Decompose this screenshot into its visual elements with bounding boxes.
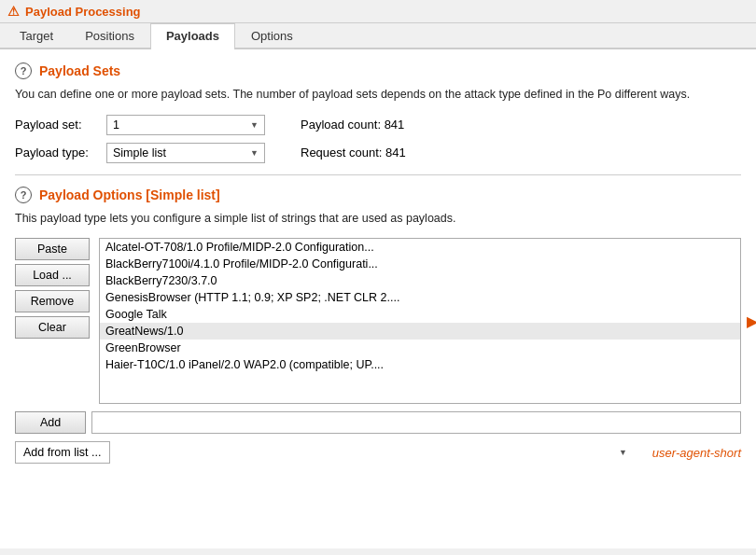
request-count-stat: Request count: 841 <box>301 146 406 160</box>
payload-sets-help-icon[interactable]: ? <box>15 62 32 79</box>
bottom-row: Add from list ... List 1 List 2 user-age… <box>15 441 741 464</box>
list-item[interactable]: GenesisBrowser (HTTP 1.1; 0.9; XP SP2; .… <box>100 289 740 306</box>
tab-options[interactable]: Options <box>235 23 309 48</box>
add-button[interactable]: Add <box>15 411 86 434</box>
user-agent-label: user-agent-short <box>652 446 741 460</box>
list-item[interactable]: BlackBerry7230/3.7.0 <box>100 272 740 289</box>
tab-bar: Target Positions Payloads Options <box>0 23 756 49</box>
list-item[interactable]: BlackBerry7100i/4.1.0 Profile/MIDP-2.0 C… <box>100 256 740 272</box>
tab-target[interactable]: Target <box>4 23 69 48</box>
payload-list[interactable]: Alcatel-OT-708/1.0 Profile/MIDP-2.0 Conf… <box>99 238 741 404</box>
add-row: Add <box>15 411 741 434</box>
list-item[interactable]: Alcatel-OT-708/1.0 Profile/MIDP-2.0 Conf… <box>100 239 740 256</box>
add-from-list-wrapper: Add from list ... List 1 List 2 <box>15 441 634 464</box>
list-item-greetnews[interactable]: GreatNews/1.0 <box>100 323 740 340</box>
payload-options-help-icon[interactable]: ? <box>15 187 32 203</box>
payload-options-description: This payload type lets you configure a s… <box>15 211 741 228</box>
payload-type-select[interactable]: Simple list Runtime file Custom iterator… <box>106 143 265 163</box>
payload-set-row: Payload set: 1 2 3 Payload count: 841 <box>15 115 741 135</box>
payload-set-label: Payload set: <box>15 118 99 132</box>
tab-positions[interactable]: Positions <box>69 23 150 48</box>
payload-count-stat: Payload count: 841 <box>301 118 404 132</box>
list-item[interactable]: GreenBrowser <box>100 340 740 356</box>
list-item[interactable]: Haier-T10C/1.0 iPanel/2.0 WAP2.0 (compat… <box>100 356 740 373</box>
add-input[interactable] <box>91 411 741 434</box>
remove-button[interactable]: Remove <box>15 290 90 312</box>
warning-icon: ⚠ <box>7 4 20 19</box>
list-container: Alcatel-OT-708/1.0 Profile/MIDP-2.0 Conf… <box>99 238 741 404</box>
clear-button[interactable]: Clear <box>15 316 90 339</box>
payload-type-select-wrapper: Simple list Runtime file Custom iterator… <box>106 143 265 163</box>
load-button[interactable]: Load ... <box>15 264 90 286</box>
list-area: Paste Load ... Remove Clear Alcatel-OT-7… <box>15 238 741 404</box>
payload-set-select-wrapper: 1 2 3 <box>106 115 265 135</box>
main-content: ? Payload Sets You can define one or mor… <box>0 49 756 548</box>
payload-options-title: Payload Options [Simple list] <box>39 187 220 202</box>
payload-sets-header: ? Payload Sets <box>15 62 741 79</box>
payload-sets-description: You can define one or more payload sets.… <box>15 87 741 104</box>
payload-set-select[interactable]: 1 2 3 <box>106 115 265 135</box>
payload-sets-title: Payload Sets <box>39 63 120 78</box>
add-from-list-select[interactable]: Add from list ... List 1 List 2 <box>15 441 110 464</box>
payload-options-section: ? Payload Options [Simple list] This pay… <box>15 187 741 465</box>
paste-button[interactable]: Paste <box>15 238 90 260</box>
tab-payloads[interactable]: Payloads <box>150 23 235 49</box>
title-bar: ⚠ Payload Processing <box>0 0 756 23</box>
payload-type-row: Payload type: Simple list Runtime file C… <box>15 143 741 163</box>
app-title: Payload Processing <box>25 5 141 19</box>
payload-type-label: Payload type: <box>15 146 99 160</box>
section-divider <box>15 174 741 175</box>
list-item[interactable]: Google Talk <box>100 306 740 323</box>
arrow-indicator: ▶ <box>747 312 756 330</box>
list-buttons: Paste Load ... Remove Clear <box>15 238 90 339</box>
payload-options-header: ? Payload Options [Simple list] <box>15 187 741 203</box>
